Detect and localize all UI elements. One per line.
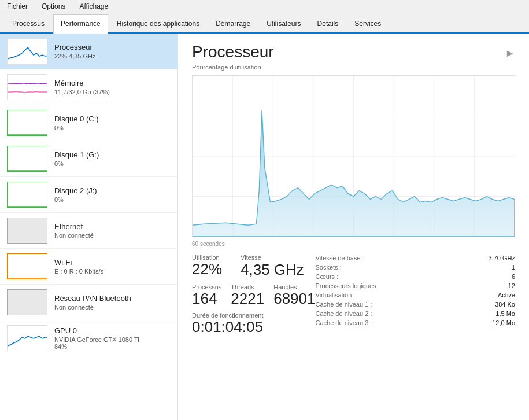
menu-options[interactable]: Options bbox=[39, 1, 68, 12]
stat-processus: Processus 164 bbox=[192, 283, 221, 307]
processus-value: 164 bbox=[192, 290, 221, 307]
menu-affichage[interactable]: Affichage bbox=[77, 1, 110, 12]
stats-section: Utilisation 22% Vitesse 4,35 GHz Process… bbox=[192, 254, 515, 335]
spec-label: Virtualisation : bbox=[316, 292, 356, 299]
spec-value: 12 bbox=[508, 282, 515, 289]
spec-row: Cache de niveau 2 :1,5 Mo bbox=[316, 310, 515, 318]
sidebar-chart-bluetooth bbox=[7, 289, 47, 315]
spec-row: Vitesse de base :3,70 GHz bbox=[316, 254, 515, 262]
sidebar-name-memoire: Mémoire bbox=[54, 79, 171, 87]
spec-label: Vitesse de base : bbox=[316, 255, 364, 261]
sidebar-info-disque0: Disque 0 (C:) 0% bbox=[54, 115, 171, 131]
spec-row: Processeurs logiques :12 bbox=[316, 282, 515, 290]
spec-label: Processeurs logiques : bbox=[316, 282, 380, 289]
spec-value: 6 bbox=[512, 273, 515, 280]
sidebar-name-disque1: Disque 1 (G:) bbox=[54, 150, 171, 159]
duree-label: Durée de fonctionnement bbox=[192, 312, 316, 319]
sidebar-name-disque2: Disque 2 (J:) bbox=[54, 186, 171, 195]
menu-bar: Fichier Options Affichage bbox=[0, 0, 529, 13]
sidebar-name-wifi: Wi-Fi bbox=[54, 258, 171, 267]
stat-vitesse: Vitesse 4,35 GHz bbox=[241, 254, 304, 279]
tab-demarrage[interactable]: Démarrage bbox=[208, 14, 258, 32]
sidebar-name-disque0: Disque 0 (C:) bbox=[54, 115, 171, 123]
main-content: Processeur 22% 4,35 GHz Mémoire 11,7/32,… bbox=[0, 34, 529, 420]
sidebar-info-disque2: Disque 2 (J:) 0% bbox=[54, 186, 171, 203]
sidebar-stat-wifi: E : 0 R : 0 Kbits/s bbox=[54, 268, 171, 275]
spec-row: Cœurs :6 bbox=[316, 272, 515, 281]
sidebar-info-wifi: Wi-Fi E : 0 R : 0 Kbits/s bbox=[54, 258, 171, 275]
tab-services[interactable]: Services bbox=[347, 14, 389, 32]
spec-row: Sockets :1 bbox=[316, 263, 515, 271]
sidebar-name-processeur: Processeur bbox=[54, 43, 171, 51]
spec-value: 1 bbox=[512, 264, 515, 271]
spec-value: 12,0 Mo bbox=[492, 319, 515, 326]
sidebar-chart-memoire bbox=[7, 74, 47, 100]
sidebar-info-memoire: Mémoire 11,7/32,0 Go (37%) bbox=[54, 79, 171, 95]
sidebar-stat-processeur: 22% 4,35 GHz bbox=[54, 53, 171, 60]
sidebar-name-ethernet: Ethernet bbox=[54, 222, 171, 231]
sidebar-item-gpu0[interactable]: GPU 0 NVIDIA GeForce GTX 1080 Ti 84% bbox=[0, 320, 177, 356]
sidebar-info-ethernet: Ethernet Non connecté bbox=[54, 222, 171, 239]
stat-threads: Threads 2221 bbox=[231, 283, 264, 307]
sidebar-info-processeur: Processeur 22% 4,35 GHz bbox=[54, 43, 171, 60]
tab-details[interactable]: Détails bbox=[310, 14, 346, 32]
sidebar-chart-wifi bbox=[7, 253, 47, 279]
sidebar-stat-ethernet: Non connecté bbox=[54, 232, 171, 239]
sidebar-info-disque1: Disque 1 (G:) 0% bbox=[54, 150, 171, 167]
specs-container: Vitesse de base :3,70 GHzSockets :1Cœurs… bbox=[316, 254, 515, 327]
sidebar-item-disque0[interactable]: Disque 0 (C:) 0% bbox=[0, 105, 177, 141]
utilisation-value: 22% bbox=[192, 261, 222, 278]
tab-historique[interactable]: Historique des applications bbox=[109, 14, 207, 32]
sidebar-item-disque1[interactable]: Disque 1 (G:) 0% bbox=[0, 141, 177, 177]
sidebar-chart-ethernet bbox=[7, 218, 47, 244]
chart-sublabel: Pourcentage d'utilisation bbox=[192, 64, 515, 71]
spec-label: Sockets : bbox=[316, 264, 342, 271]
duree-value: 0:01:04:05 bbox=[192, 319, 316, 336]
vitesse-label: Vitesse bbox=[241, 254, 304, 261]
sidebar-stat-bluetooth: Non connecté bbox=[54, 304, 171, 311]
tab-bar: Processus Performance Historique des app… bbox=[0, 13, 529, 34]
tab-performance[interactable]: Performance bbox=[53, 14, 108, 34]
sidebar-chart-disque2 bbox=[7, 182, 47, 208]
sidebar-stat-disque1: 0% bbox=[54, 160, 171, 167]
stats-right: Vitesse de base :3,70 GHzSockets :1Cœurs… bbox=[316, 254, 515, 335]
detail-expand-icon[interactable]: ► bbox=[505, 47, 515, 60]
spec-row: Cache de niveau 3 :12,0 Mo bbox=[316, 319, 515, 327]
threads-value: 2221 bbox=[231, 290, 264, 307]
sidebar-info-bluetooth: Réseau PAN Bluetooth Non connecté bbox=[54, 294, 171, 311]
sidebar-stat-gpu0: NVIDIA GeForce GTX 1080 Ti 84% bbox=[54, 336, 171, 350]
tab-processus[interactable]: Processus bbox=[5, 14, 52, 32]
menu-fichier[interactable]: Fichier bbox=[5, 1, 30, 12]
spec-value: 1,5 Mo bbox=[495, 310, 515, 317]
stats-left: Utilisation 22% Vitesse 4,35 GHz Process… bbox=[192, 254, 316, 335]
sidebar-item-disque2[interactable]: Disque 2 (J:) 0% bbox=[0, 177, 177, 213]
sidebar-stat-memoire: 11,7/32,0 Go (37%) bbox=[54, 89, 171, 95]
sidebar-item-processeur[interactable]: Processeur 22% 4,35 GHz bbox=[0, 34, 177, 69]
chart-time-label: 60 secondes bbox=[192, 241, 515, 247]
spec-row: Virtualisation :Activé bbox=[316, 291, 515, 299]
sidebar-item-ethernet[interactable]: Ethernet Non connecté bbox=[0, 213, 177, 249]
sidebar: Processeur 22% 4,35 GHz Mémoire 11,7/32,… bbox=[0, 34, 178, 420]
sidebar-name-gpu0: GPU 0 bbox=[54, 326, 171, 335]
tab-utilisateurs[interactable]: Utilisateurs bbox=[259, 14, 308, 32]
detail-panel: Processeur ► Pourcentage d'utilisation bbox=[178, 34, 529, 420]
spec-value: 3,70 GHz bbox=[489, 255, 515, 261]
sidebar-chart-gpu0 bbox=[7, 325, 47, 351]
sidebar-item-memoire[interactable]: Mémoire 11,7/32,0 Go (37%) bbox=[0, 69, 177, 105]
spec-label: Cache de niveau 1 : bbox=[316, 301, 372, 308]
spec-label: Cœurs : bbox=[316, 273, 339, 280]
handles-value: 68901 bbox=[273, 290, 315, 307]
spec-value: 384 Ko bbox=[495, 301, 515, 308]
sidebar-item-wifi[interactable]: Wi-Fi E : 0 R : 0 Kbits/s bbox=[0, 249, 177, 285]
vitesse-value: 4,35 GHz bbox=[241, 261, 304, 279]
stat-duree: Durée de fonctionnement 0:01:04:05 bbox=[192, 312, 316, 336]
detail-title: Processeur bbox=[192, 43, 274, 61]
spec-label: Cache de niveau 2 : bbox=[316, 310, 372, 317]
sidebar-chart-processeur bbox=[7, 38, 47, 64]
spec-value: Activé bbox=[498, 292, 515, 299]
sidebar-stat-disque2: 0% bbox=[54, 196, 171, 203]
sidebar-stat-disque0: 0% bbox=[54, 124, 171, 131]
sidebar-item-bluetooth[interactable]: Réseau PAN Bluetooth Non connecté bbox=[0, 285, 177, 320]
sidebar-chart-disque0 bbox=[7, 110, 47, 136]
spec-row: Cache de niveau 1 :384 Ko bbox=[316, 300, 515, 308]
